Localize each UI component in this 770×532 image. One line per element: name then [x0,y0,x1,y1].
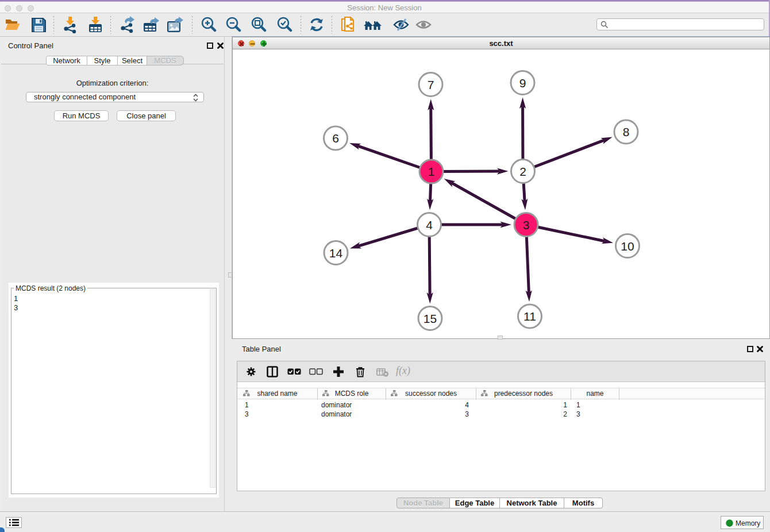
svg-text:11: 11 [523,310,536,323]
svg-text:4: 4 [426,218,433,232]
svg-text:6: 6 [332,132,339,145]
svg-text:14: 14 [329,246,343,260]
svg-text:15: 15 [424,312,437,325]
svg-text:2: 2 [519,165,526,178]
svg-text:1: 1 [428,165,435,178]
svg-text:3: 3 [523,218,530,232]
svg-text:7: 7 [428,78,434,91]
svg-text:10: 10 [621,240,634,253]
svg-text:8: 8 [623,125,630,138]
svg-text:9: 9 [519,76,526,90]
